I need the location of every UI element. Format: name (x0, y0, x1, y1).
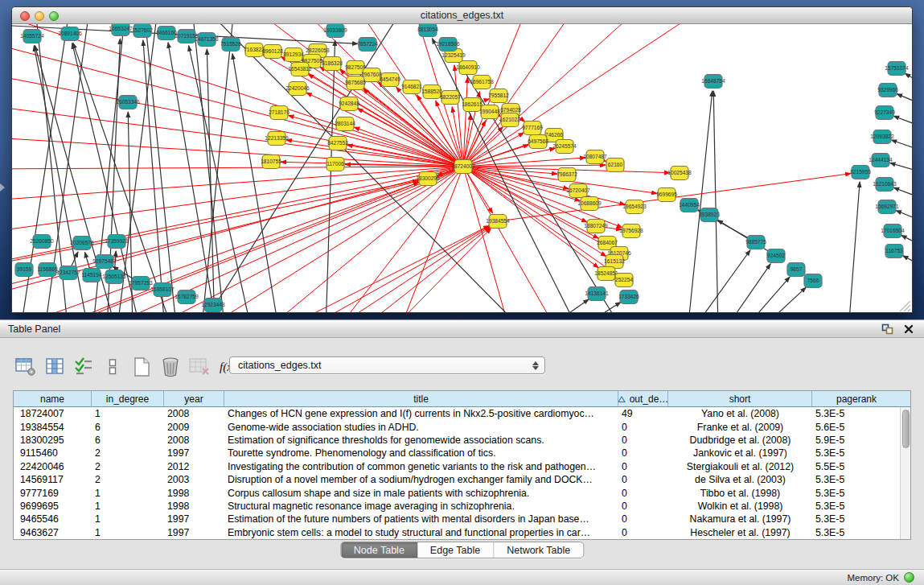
graph-edge[interactable] (232, 54, 279, 312)
graph-node[interactable]: 20891406 (58, 27, 82, 41)
graph-node[interactable]: 18807249 (584, 220, 608, 233)
graph-node[interactable]: 8215955 (850, 166, 871, 179)
graph-node[interactable]: 9875685 (345, 76, 366, 90)
graph-edge[interactable] (893, 187, 912, 196)
table-row[interactable]: 977716911998Corpus callosum shape and si… (14, 486, 910, 499)
graph-node[interactable]: 8186328 (322, 57, 343, 71)
resize-grip-icon[interactable] (900, 301, 910, 311)
table-row[interactable]: 911546021997Tourette syndrome. Phenomeno… (14, 447, 910, 459)
graph-node[interactable]: 8427552 (327, 137, 348, 150)
graph-node[interactable]: 90975487 (92, 255, 117, 269)
graph-edge[interactable] (277, 225, 489, 312)
graph-node[interactable]: 26245574 (552, 140, 577, 154)
graph-node[interactable]: 9885775 (745, 236, 766, 249)
graph-node[interactable]: 7857224 (357, 38, 378, 51)
new-column-icon[interactable] (130, 356, 152, 377)
graph-node[interactable]: 9227349 (874, 106, 895, 120)
graph-edge[interactable] (207, 49, 215, 312)
graph-node[interactable]: 9146821 (401, 80, 422, 94)
graph-node[interactable]: 22420046 (285, 82, 310, 96)
column-header-title[interactable]: title (224, 391, 618, 406)
graph-node[interactable]: 12923448 (201, 299, 225, 312)
float-panel-icon[interactable] (880, 323, 894, 336)
graph-node[interactable]: 2803144 (335, 117, 355, 131)
graph-node[interactable]: 117006 (326, 158, 344, 171)
table-row[interactable]: 946554611997Estimation of the future num… (14, 513, 910, 525)
table-row[interactable]: 1872400712008Changes of HCN gene express… (14, 407, 910, 420)
graph-edge[interactable] (12, 167, 463, 201)
graph-node[interactable]: 15692971 (875, 200, 899, 214)
graph-node[interactable]: 6466160 (156, 27, 177, 40)
network-canvas[interactable]: 1872400771638228960128891293428226058982… (12, 24, 912, 312)
column-header-short[interactable]: short (668, 391, 812, 406)
graph-node[interactable]: 7986372 (556, 168, 577, 182)
graph-node[interactable]: 1990448 (479, 105, 500, 119)
graph-edge[interactable] (143, 40, 165, 312)
graph-node[interactable]: 14671358 (195, 33, 219, 47)
table-row[interactable]: 946362711997Embryonic stem cells: a mode… (14, 526, 910, 539)
graph-node[interactable]: 16782759 (175, 290, 199, 304)
graph-node[interactable]: 62160 (606, 159, 624, 172)
graph-edge[interactable] (891, 140, 912, 149)
graph-node[interactable]: 2718176 (269, 106, 290, 120)
graph-node[interactable]: 16961758 (470, 76, 494, 89)
graph-edge[interactable] (713, 91, 718, 312)
graph-node[interactable]: 252254 (615, 274, 633, 287)
graph-node[interactable]: 7566 (804, 274, 822, 288)
graph-node[interactable]: 20206576 (70, 237, 94, 250)
graph-edge[interactable] (848, 182, 860, 312)
graph-node[interactable]: 1810755 (261, 155, 281, 169)
graph-node[interactable]: 25260850 (30, 235, 54, 249)
graph-edge[interactable] (12, 167, 463, 233)
table-mode-icon[interactable] (14, 356, 36, 377)
graph-node[interactable]: 17957253 (129, 277, 153, 290)
tab-edge-table[interactable]: Edge Table (417, 542, 493, 558)
graph-edge[interactable] (390, 229, 491, 312)
graph-node[interactable]: 16720407 (566, 184, 590, 198)
graph-node[interactable]: 16033809 (323, 24, 347, 38)
graph-node[interactable]: 9857 (787, 263, 805, 277)
graph-node[interactable]: 26053346 (116, 96, 140, 109)
table-scrollbar[interactable] (900, 407, 910, 540)
graph-node[interactable]: 12342757 (56, 266, 80, 280)
graph-node[interactable]: 10025438 (667, 167, 692, 180)
graph-node[interactable]: 19218506 (436, 38, 460, 51)
graph-node[interactable]: 116753 (885, 245, 903, 258)
graph-node[interactable]: 12213359 (265, 132, 289, 146)
graph-edge[interactable] (12, 137, 463, 167)
graph-edge[interactable] (12, 167, 463, 169)
graph-node[interactable]: 1621022 (499, 113, 520, 127)
show-columns-icon[interactable] (43, 356, 65, 377)
table-row[interactable]: 1938455462009Genome-wide association stu… (14, 420, 910, 433)
graph-edge[interactable] (905, 73, 912, 80)
column-header-out_de[interactable]: out_de… (618, 391, 668, 406)
graph-node[interactable]: 1156869 (37, 263, 58, 277)
graph-node[interactable]: 1440954 (679, 199, 700, 212)
close-panel-icon[interactable] (901, 323, 916, 336)
graph-node[interactable]: 6822057 (440, 91, 461, 105)
column-header-name[interactable]: name (14, 391, 92, 406)
graph-node[interactable]: 10688609 (577, 197, 602, 211)
table-row[interactable]: 969969511998Structural magnetic resonanc… (14, 500, 910, 513)
graph-edge[interactable] (334, 167, 463, 312)
row-height-icon[interactable] (101, 356, 123, 377)
graph-node[interactable]: 12093822 (870, 130, 894, 144)
scrollbar-thumb[interactable] (902, 410, 910, 448)
graph-node[interactable]: 9329966 (877, 84, 898, 97)
graph-node[interactable]: 17359928 (105, 235, 129, 249)
graph-edge[interactable] (896, 211, 912, 219)
graph-node[interactable]: 8960128 (262, 45, 283, 59)
graph-node[interactable]: 12444134 (869, 154, 893, 167)
graph-node[interactable]: 18724007 (451, 160, 475, 174)
graph-node[interactable]: 10653247 (109, 24, 133, 36)
graph-node[interactable]: 8813054 (417, 24, 438, 37)
table-row[interactable]: 2242004622012Investigating the contribut… (14, 460, 910, 473)
table-selector-dropdown[interactable]: citations_edges.txt (229, 356, 545, 374)
delete-table-icon[interactable] (188, 356, 210, 377)
tab-node-table[interactable]: Node Table (341, 542, 417, 558)
graph-node[interactable]: 8938923 (699, 208, 720, 222)
table-row[interactable]: 1830029562008Estimation of significance … (14, 434, 910, 447)
graph-node[interactable]: 8454749 (380, 73, 400, 87)
graph-node[interactable]: 924502 (767, 249, 785, 263)
graph-edge[interactable] (692, 250, 750, 312)
